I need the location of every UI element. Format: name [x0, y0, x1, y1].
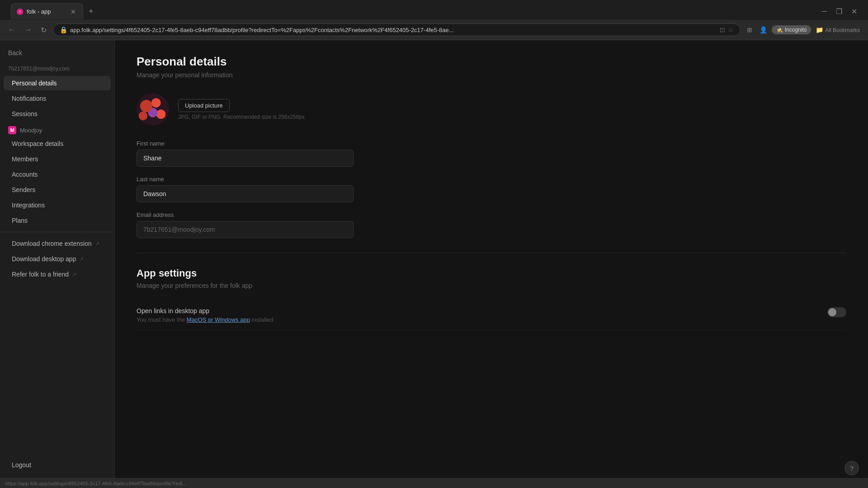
restore-button[interactable]: ❐: [832, 5, 846, 18]
bookmark-icon: ☆: [728, 26, 734, 33]
back-button[interactable]: ←: [5, 24, 18, 36]
last-name-field-group: Last name: [137, 176, 354, 202]
address-bar[interactable]: 🔒 app.folk.app/settings/4f652405-2c17-4f…: [53, 23, 741, 36]
last-name-input[interactable]: [137, 185, 354, 202]
sidebar-item-refer[interactable]: Refer folk to a friend ↗: [4, 267, 111, 282]
workspace-name: Moodjoy: [20, 127, 42, 134]
new-tab-button[interactable]: +: [85, 5, 97, 18]
status-url: https://app.folk.app/settings/4f652405-2…: [5, 481, 186, 486]
profile-button[interactable]: 👤: [757, 24, 770, 35]
email-label: Email address: [137, 211, 354, 218]
macos-windows-link[interactable]: MacOS or Windows app: [187, 316, 250, 323]
incognito-icon: 🕵: [776, 27, 783, 33]
active-tab[interactable]: f folk - app ✕: [11, 3, 83, 19]
toggle-knob: [828, 308, 836, 316]
app-settings-title: App settings: [137, 267, 846, 279]
email-input: [137, 221, 354, 238]
bookmarks-button[interactable]: 📁 All Bookmarks: [813, 24, 863, 35]
toolbar-icons: ⊞ 👤 🕵 Incognito 📁 All Bookmarks: [744, 24, 863, 35]
sidebar-item-integrations[interactable]: Integrations: [4, 198, 111, 212]
workspace-badge: M: [8, 126, 16, 134]
sidebar-item-accounts[interactable]: Accounts: [4, 167, 111, 182]
open-links-toggle[interactable]: [827, 307, 846, 317]
status-bar: https://app.folk.app/settings/4f652405-2…: [0, 478, 868, 488]
external-link-icon-refer: ↗: [72, 272, 76, 277]
page-title: Personal details: [137, 55, 846, 69]
sidebar-item-plans[interactable]: Plans: [4, 213, 111, 228]
first-name-input[interactable]: [137, 150, 354, 167]
external-link-icon-desktop: ↗: [80, 256, 84, 262]
open-links-info: Open links in desktop app You must have …: [137, 307, 273, 323]
tab-title: folk - app: [27, 8, 66, 15]
tab-favicon: f: [17, 9, 23, 15]
address-bar-row: ← → ↻ 🔒 app.folk.app/settings/4f652405-2…: [0, 20, 868, 40]
avatar-section: Upload picture JPG, GIF or PNG. Recommen…: [137, 93, 846, 126]
reload-button[interactable]: ↻: [38, 24, 49, 36]
cast-icon: ⊡: [720, 26, 725, 33]
sidebar-item-personal-details[interactable]: Personal details: [4, 76, 111, 90]
page-subtitle: Manage your personal information: [137, 71, 846, 79]
bookmarks-folder-icon: 📁: [816, 26, 823, 33]
sidebar-divider: [0, 232, 114, 232]
sidebar-item-sessions[interactable]: Sessions: [4, 107, 111, 121]
last-name-label: Last name: [137, 176, 354, 183]
avatar-hint: JPG, GIF or PNG. Recommended size is 256…: [178, 114, 305, 120]
sidebar-item-workspace-details[interactable]: Workspace details: [4, 136, 111, 151]
lock-icon: 🔒: [60, 26, 67, 33]
sidebar-item-members[interactable]: Members: [4, 152, 111, 166]
sidebar-item-download-chrome[interactable]: Download chrome extension ↗: [4, 236, 111, 251]
workspace-section-header: M Moodjoy: [0, 122, 114, 136]
first-name-label: First name: [137, 140, 354, 147]
address-text: app.folk.app/settings/4f652405-2c17-4fe5…: [70, 27, 717, 33]
sidebar-item-logout[interactable]: Logout: [4, 458, 111, 472]
help-button[interactable]: ?: [844, 461, 859, 475]
app-settings-subtitle: Manage your preferences for the folk app: [137, 282, 846, 289]
extensions-button[interactable]: ⊞: [744, 24, 755, 35]
sidebar-item-download-desktop[interactable]: Download desktop app ↗: [4, 252, 111, 266]
sidebar: Back 7b217651@moodjoy.com Personal detai…: [0, 40, 115, 478]
section-divider: [137, 253, 846, 253]
window-controls: ─ ❐ ✕: [818, 5, 864, 18]
upload-picture-button[interactable]: Upload picture: [178, 99, 230, 112]
main-content: Personal details Manage your personal in…: [115, 40, 868, 478]
form-section: First name Last name Email address: [137, 140, 354, 238]
avatar: [137, 93, 169, 126]
address-bar-icons: ⊡ ☆: [720, 26, 734, 33]
sidebar-item-senders[interactable]: Senders: [4, 183, 111, 197]
tab-back-nav[interactable]: ​: [4, 5, 9, 17]
external-link-icon-chrome: ↗: [95, 241, 99, 247]
main-layout: Back 7b217651@moodjoy.com Personal detai…: [0, 40, 868, 478]
forward-button[interactable]: →: [22, 24, 34, 36]
sidebar-item-notifications[interactable]: Notifications: [4, 91, 111, 106]
sidebar-email: 7b217651@moodjoy.com: [0, 64, 114, 75]
avatar-upload-area: Upload picture JPG, GIF or PNG. Recommen…: [178, 99, 305, 120]
minimize-button[interactable]: ─: [818, 5, 830, 18]
back-link[interactable]: Back: [0, 46, 114, 60]
first-name-field-group: First name: [137, 140, 354, 167]
tab-close-button[interactable]: ✕: [69, 8, 77, 16]
open-links-desc: You must have the MacOS or Windows app i…: [137, 316, 273, 323]
incognito-badge: 🕵 Incognito: [772, 25, 811, 34]
close-window-button[interactable]: ✕: [848, 5, 861, 18]
tab-bar: ​ f folk - app ✕ + ─ ❐ ✕: [0, 0, 868, 20]
open-links-setting-row: Open links in desktop app You must have …: [137, 300, 846, 331]
open-links-name: Open links in desktop app: [137, 307, 273, 314]
email-field-group: Email address: [137, 211, 354, 238]
